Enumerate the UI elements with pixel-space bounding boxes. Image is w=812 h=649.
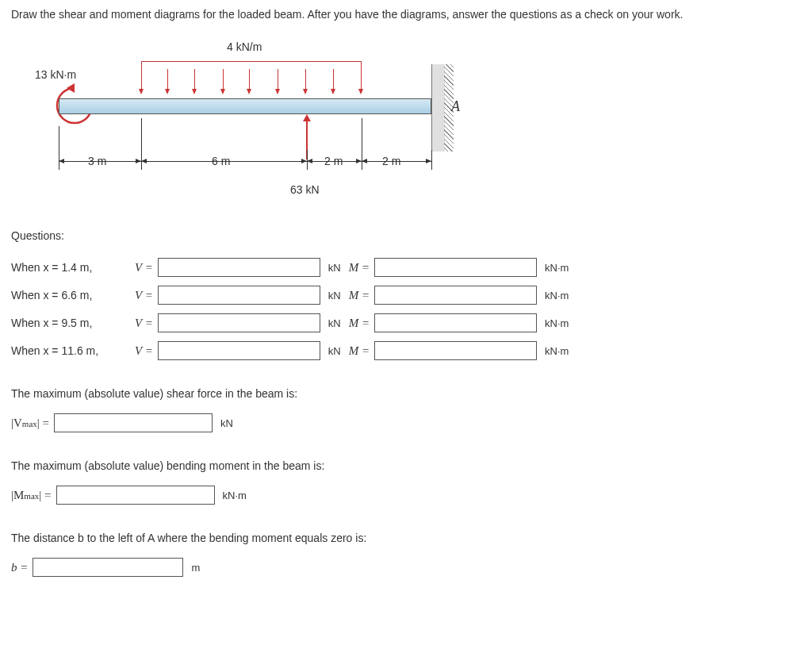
- b-label: b =: [11, 561, 28, 574]
- mmax-row: |Mmax| = kN·m: [11, 486, 801, 505]
- m-input-2[interactable]: [374, 286, 537, 305]
- prompt-text: When x = 9.5 m,: [11, 317, 130, 329]
- vmax-label: |Vmax| =: [11, 417, 49, 430]
- m-label: M =: [349, 261, 370, 275]
- question-row-3: When x = 9.5 m, V = kN M = kN·m: [11, 313, 801, 332]
- b-input[interactable]: [33, 558, 183, 577]
- v-label: V =: [135, 289, 153, 302]
- distributed-load-icon: [141, 61, 362, 99]
- v-input-2[interactable]: [158, 286, 320, 305]
- v-unit: kN: [328, 262, 341, 274]
- v-label: V =: [135, 344, 153, 358]
- moment-label: 13 kN·m: [35, 68, 76, 81]
- questions-heading: Questions:: [11, 229, 801, 242]
- v-unit: kN: [328, 345, 341, 357]
- fixed-support-wall: [431, 64, 445, 152]
- v-label: V =: [135, 261, 153, 275]
- distance-b-text: The distance b to the left of A where th…: [11, 530, 801, 547]
- distributed-load-label: 4 kN/m: [227, 40, 262, 53]
- m-label: M =: [349, 344, 370, 358]
- svg-marker-0: [67, 83, 75, 93]
- prompt-text: When x = 6.6 m,: [11, 289, 130, 301]
- m-label: M =: [349, 317, 370, 330]
- beam-body: [59, 98, 431, 114]
- m-label: M =: [349, 289, 370, 302]
- mmax-input[interactable]: [56, 486, 215, 505]
- m-unit: kN·m: [545, 290, 569, 301]
- m-unit: kN·m: [545, 345, 569, 357]
- m-unit: kN·m: [545, 262, 569, 274]
- b-row: b = m: [11, 558, 801, 577]
- question-row-2: When x = 6.6 m, V = kN M = kN·m: [11, 286, 801, 305]
- max-shear-text: The maximum (absolute value) shear force…: [11, 386, 801, 402]
- point-load-label: 63 kN: [290, 183, 320, 196]
- question-row-1: When x = 1.4 m, V = kN M = kN·m: [11, 258, 801, 277]
- beam-figure: 4 kN/m 13 kN·m A 63 kN 3 m 6 m 2 m 2 m: [11, 31, 455, 198]
- m-unit: kN·m: [545, 317, 569, 329]
- m-input-1[interactable]: [374, 258, 537, 277]
- prompt-text: When x = 11.6 m,: [11, 344, 130, 357]
- dim-label-2m-a: 2 m: [324, 155, 343, 167]
- v-input-1[interactable]: [158, 258, 320, 277]
- dim-label-2m-b: 2 m: [382, 155, 400, 167]
- v-input-3[interactable]: [158, 313, 320, 332]
- question-row-4: When x = 11.6 m, V = kN M = kN·m: [11, 341, 801, 360]
- support-label-a: A: [451, 98, 460, 115]
- mmax-unit: kN·m: [223, 490, 247, 501]
- v-input-4[interactable]: [158, 341, 320, 360]
- m-input-3[interactable]: [374, 313, 537, 332]
- mmax-label: |Mmax| =: [11, 489, 52, 502]
- v-unit: kN: [328, 317, 341, 329]
- vmax-input[interactable]: [54, 413, 213, 432]
- b-unit: m: [191, 562, 200, 574]
- dim-tick: [431, 150, 432, 170]
- instructions-text: Draw the shear and moment diagrams for t…: [11, 6, 801, 23]
- v-unit: kN: [328, 290, 341, 301]
- max-moment-text: The maximum (absolute value) bending mom…: [11, 458, 801, 474]
- dim-label-6m: 6 m: [212, 155, 230, 167]
- m-input-4[interactable]: [374, 341, 537, 360]
- vmax-unit: kN: [220, 417, 233, 429]
- v-label: V =: [135, 317, 153, 330]
- dim-label-3m: 3 m: [88, 155, 106, 167]
- vmax-row: |Vmax| = kN: [11, 413, 801, 432]
- prompt-text: When x = 1.4 m,: [11, 261, 130, 274]
